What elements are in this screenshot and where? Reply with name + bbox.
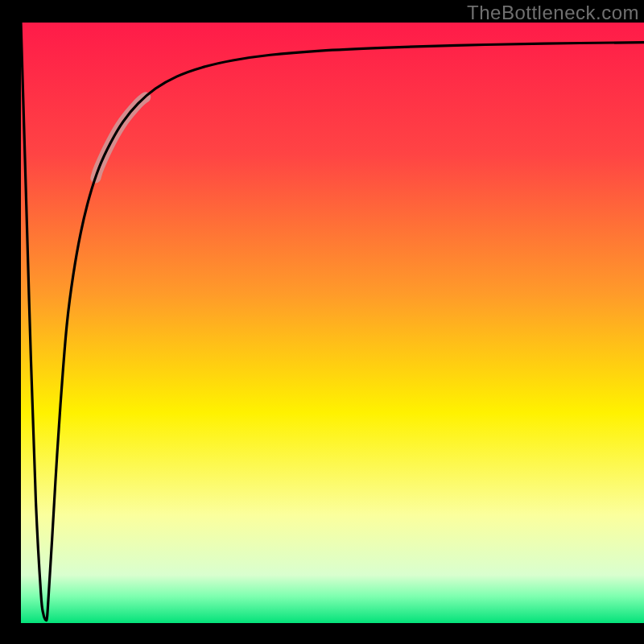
plot-area bbox=[21, 23, 644, 623]
watermark-text: TheBottleneck.com bbox=[467, 2, 639, 24]
chart-svg bbox=[0, 0, 644, 644]
